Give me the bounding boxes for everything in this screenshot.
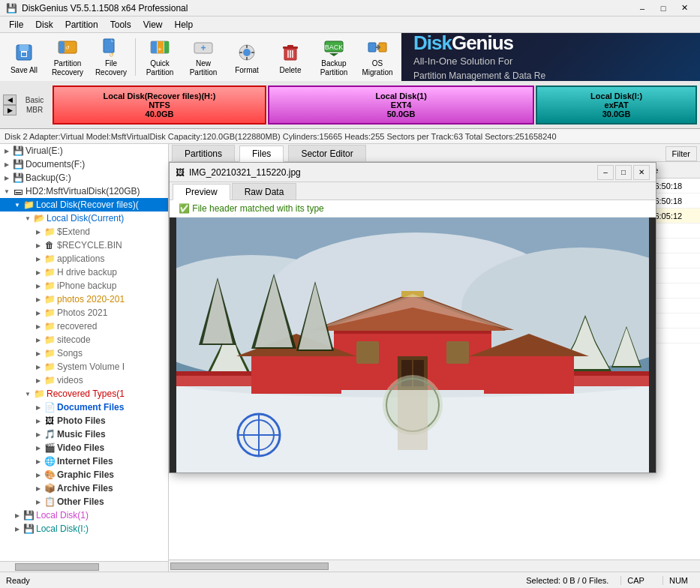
tree-toggle-archive-files[interactable]: ▶ [33,483,44,494]
tree-icon-iphone-backup: 📁 [44,280,56,291]
preview-close-button[interactable]: ✕ [633,165,650,180]
tree-toggle-applications[interactable]: ▶ [33,254,44,264]
disk-nav-right[interactable]: ▶ [3,105,17,116]
tree-item-virtual-e[interactable]: ▶ 💾 Virual(E:) [0,144,168,158]
tree-item-h-drive-backup[interactable]: ▶ 📁 H drive backup [0,266,168,279]
tree-item-archive-files[interactable]: ▶ 📦 Archive Files [0,482,168,495]
tree-toggle-local-disk-recover[interactable]: ▼ [12,200,23,210]
os-migration-button[interactable]: OS Migration [356,35,398,79]
tab-sector-editor[interactable]: Sector Editor [288,145,365,161]
menu-disk[interactable]: Disk [29,18,59,32]
format-button[interactable]: Format [226,35,268,79]
tree-toggle-hd2[interactable]: ▼ [2,186,12,196]
save-all-button[interactable]: Save All [3,35,45,79]
tree-toggle-photos-2020[interactable]: ▶ [33,294,44,304]
tree-toggle-virtual-e[interactable]: ▶ [2,146,12,156]
tree-toggle-local-disk-1[interactable]: ▶ [12,510,23,520]
partition-h[interactable]: Local Disk(Recover files)(H:) NTFS 40.0G… [53,86,266,124]
tree-item-video-files[interactable]: ▶ 🎬 Video Files [0,441,168,454]
tree-toggle-system-volume[interactable]: ▶ [33,362,44,372]
tree-toggle-local-disk-current[interactable]: ▼ [23,213,33,224]
preview-tabs: Preview Raw Data [170,182,656,200]
close-button[interactable]: ✕ [674,1,694,16]
menu-view[interactable]: View [137,18,169,32]
tree-toggle-sitecode[interactable]: ▶ [33,334,44,345]
tree-item-photos-2021[interactable]: ▶ 📁 Photos 2021 [0,306,168,320]
tree-item-music-files[interactable]: ▶ 🎵 Music Files [0,428,168,441]
tree-item-iphone-backup[interactable]: ▶ 📁 iPhone backup [0,279,168,292]
tree-toggle-iphone-backup[interactable]: ▶ [33,280,44,291]
horizontal-scrollbar[interactable] [169,560,700,572]
tree-item-hd2[interactable]: ▼ 🖴 HD2:MsftVirtualDisk(120GB) [0,184,168,198]
tab-files[interactable]: Files [239,146,284,162]
tree-toggle-video-files[interactable]: ▶ [33,442,44,453]
partition-ext4[interactable]: Local Disk(1) EXT4 50.0GB [268,86,534,124]
menu-partition[interactable]: Partition [59,18,104,32]
preview-tab-preview[interactable]: Preview [173,184,230,200]
quick-partition-button[interactable]: + QuickPartition [139,35,181,79]
tree-item-internet-files[interactable]: ▶ 🌐 Internet Files [0,454,168,468]
tree-toggle-documents-f[interactable]: ▶ [2,159,12,170]
filter-button[interactable]: Filter [665,146,697,161]
tree-item-local-disk-recover[interactable]: ▼ 📁 Local Disk(Recover files)( [0,198,168,212]
tree-toggle-document-files[interactable]: ▶ [33,402,44,412]
tree-item-photos-2020[interactable]: ▶ 📁 photos 2020-201 [0,292,168,306]
partition-exfat-fs: exFAT [605,100,629,110]
tree-item-local-disk-i[interactable]: ▶ 💾 Local Disk(I:) [0,522,168,536]
menu-help[interactable]: Help [169,18,200,32]
tree-toggle-recovered-types[interactable]: ▼ [23,388,33,399]
maximize-button[interactable]: □ [653,1,673,16]
tree-toggle-sextend[interactable]: ▶ [33,226,44,237]
tree-toggle-other-files[interactable]: ▶ [33,496,44,507]
tree-item-graphic-files[interactable]: ▶ 🎨 Graphic Files [0,468,168,482]
new-partition-button[interactable]: + NewPartition [182,35,224,79]
backup-partition-button[interactable]: BACK BackupPartition [313,35,355,79]
tree-item-system-volume[interactable]: ▶ 📁 System Volume I [0,360,168,374]
tree-item-songs[interactable]: ▶ 📁 Songs [0,346,168,360]
disk-nav-left[interactable]: ◀ [3,94,17,105]
preview-tab-rawdata[interactable]: Raw Data [232,183,297,200]
tree-icon-other-files: 📋 [44,496,56,507]
tree-icon-local-disk-1: 💾 [23,510,35,520]
tree-item-srecycle[interactable]: ▶ 🗑 $RECYCLE.BIN [0,238,168,252]
minimize-button[interactable]: – [632,1,652,16]
tree-toggle-photo-files[interactable]: ▶ [33,416,44,426]
tree-toggle-music-files[interactable]: ▶ [33,429,44,440]
tree-item-local-disk-current[interactable]: ▼ 📂 Local Disk(Current) [0,212,168,225]
partition-recovery-button[interactable]: ↺ PartitionRecovery [47,35,89,79]
save-all-label: Save All [11,66,38,74]
tree-horizontal-scrollbar[interactable] [0,561,168,572]
tree-item-other-files[interactable]: ▶ 📋 Other Files [0,495,168,508]
tree-item-recovered[interactable]: ▶ 📁 recovered [0,320,168,333]
file-recovery-button[interactable]: ↺ FileRecovery [90,35,132,79]
tree-item-recovered-types[interactable]: ▼ 📁 Recovered Types(1 [0,387,168,400]
tree-item-local-disk-1[interactable]: ▶ 💾 Local Disk(1) [0,508,168,522]
tree-item-document-files[interactable]: ▶ 📄 Document Files [0,400,168,414]
tree-icon-hd2: 🖴 [12,186,24,196]
tree-toggle-local-disk-i[interactable]: ▶ [12,524,23,534]
tree-toggle-backup-g[interactable]: ▶ [2,172,12,183]
tree-toggle-videos[interactable]: ▶ [33,375,44,386]
tree-item-sextend[interactable]: ▶ 📁 $Extend [0,225,168,238]
tree-toggle-srecycle[interactable]: ▶ [33,240,44,250]
tree-item-videos[interactable]: ▶ 📁 videos [0,374,168,387]
partition-exfat[interactable]: Local Disk(I:) exFAT 30.0GB [536,86,697,124]
tree-item-backup-g[interactable]: ▶ 💾 Backup(G:) [0,171,168,184]
delete-button[interactable]: Delete [269,35,311,79]
tree-label-music-files: Music Files [57,429,106,440]
tree-toggle-songs[interactable]: ▶ [33,348,44,358]
tree-item-documents-f[interactable]: ▶ 💾 Documents(F:) [0,158,168,171]
tree-item-applications[interactable]: ▶ 📁 applications [0,252,168,266]
preview-minimize-button[interactable]: – [597,165,614,180]
menu-file[interactable]: File [3,18,29,32]
tree-toggle-graphic-files[interactable]: ▶ [33,470,44,480]
tree-item-sitecode[interactable]: ▶ 📁 sitecode [0,333,168,346]
menu-tools[interactable]: Tools [104,18,137,32]
preview-maximize-button[interactable]: □ [615,165,632,180]
tree-toggle-internet-files[interactable]: ▶ [33,456,44,466]
tree-toggle-h-drive-backup[interactable]: ▶ [33,267,44,278]
tree-item-photo-files[interactable]: ▶ 🖼 Photo Files [0,414,168,428]
tree-toggle-photos-2021[interactable]: ▶ [33,308,44,318]
tree-toggle-recovered[interactable]: ▶ [33,321,44,332]
tab-partitions[interactable]: Partitions [172,145,235,161]
